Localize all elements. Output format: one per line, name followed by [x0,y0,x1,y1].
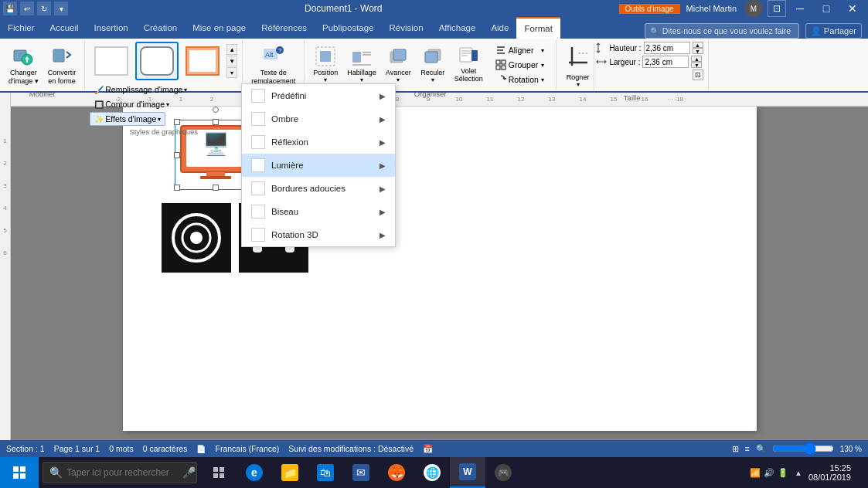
effets-btn[interactable]: ✨ Effets d'image ▾ [90,112,165,126]
bordures-arrow: ▶ [380,185,386,193]
title-text: Document1 - Word [68,3,619,14]
explorer-icon[interactable]: 📁 [272,457,308,488]
title-controls: Michel Martin M ⊡ ─ □ ✕ [680,0,865,17]
menu-lumiere[interactable]: Lumière ▶ [242,154,395,177]
share-button[interactable]: 👤 Partager [805,23,862,39]
handle-ml[interactable] [174,152,180,158]
style-preview-3[interactable] [181,42,224,80]
user-name[interactable]: Michel Martin [680,4,743,13]
hauteur-up[interactable]: ▲ [693,42,703,48]
chrome-icon[interactable]: 🌐 [414,457,450,488]
maximize-btn[interactable]: □ [814,0,839,17]
status-icon-3: 🔍 [756,444,766,454]
menu-rotation-3d[interactable]: Rotation 3D ▶ [242,223,395,246]
handle-bl[interactable] [174,185,180,191]
rogner-btn[interactable]: Rogner ▾ [561,42,595,92]
svg-text:Alt: Alt [265,51,274,59]
largeur-down[interactable]: ▼ [691,62,702,68]
tab-aide[interactable]: Aide [483,17,516,39]
tab-creation[interactable]: Création [136,17,185,39]
style-preview-2[interactable] [135,42,179,80]
svg-rect-29 [502,66,505,69]
habillage-btn[interactable]: Habillage ▾ [343,42,380,86]
ribbon-search-box[interactable]: 🔍 Dites-nous ce que vous voulez faire [645,23,799,39]
task-view-btn[interactable] [201,457,237,488]
taille-expand-btn[interactable]: ⊡ [693,69,703,80]
redo-btn[interactable]: ↻ [37,2,51,15]
svg-rect-45 [13,473,19,479]
doc-scroll-area[interactable]: 🖥️ [11,91,868,457]
save-btn[interactable]: 💾 [3,2,17,15]
user-avatar[interactable]: M [744,0,763,17]
position-label: Position [313,69,338,76]
styles-scroll-up[interactable]: ▲ [226,44,237,55]
largeur-input[interactable] [642,56,689,68]
taskbar-chevron[interactable]: ▲ [795,469,802,477]
style-preview-1[interactable] [90,42,133,80]
tab-revision[interactable]: Révision [382,17,431,39]
customize-btn[interactable]: ▾ [54,2,68,15]
tab-miseenpage[interactable]: Mise en page [185,17,254,39]
page-content: 🖥️ [123,107,757,288]
tab-fichier[interactable]: Fichier [0,17,43,39]
avancer-btn[interactable]: Avancer ▾ [382,42,415,86]
rotation-arrow: ▾ [541,76,544,83]
texte-remplacement-btn[interactable]: Alt? Texte deremplacement [247,42,299,88]
aligner-btn[interactable]: Aligner ▾ [492,43,548,57]
taskbar-apps: e 📁 🛍 ✉ 🦊 🌐 W 🎮 [201,457,521,488]
svg-rect-46 [20,473,26,479]
largeur-row: Largeur : ▲ ▼ [596,56,703,68]
hauteur-label: Hauteur : [609,44,641,53]
convertir-forme-btn[interactable]: Convertiren forme [44,42,80,88]
store-icon[interactable]: 🛍 [308,457,343,488]
start-button[interactable] [0,457,39,488]
menu-reflexion[interactable]: Réflexion ▶ [242,130,395,154]
menu-ombre[interactable]: Ombre ▶ [242,107,395,130]
effets-arrow: ▾ [158,116,161,123]
microphone-icon: 🎤 [182,466,196,479]
menu-biseau[interactable]: Biseau ▶ [242,200,395,223]
firefox-icon[interactable]: 🦊 [379,457,414,488]
largeur-up[interactable]: ▲ [691,56,702,62]
styles-scroll-expand[interactable]: ▾ [226,67,237,78]
edge-icon[interactable]: e [237,457,272,488]
taskbar-battery-icon: 🔋 [778,468,788,478]
tab-references[interactable]: Références [254,17,315,39]
taskbar-search-input[interactable] [66,467,182,478]
tab-insertion[interactable]: Insertion [87,17,136,39]
handle-bc[interactable] [213,185,219,191]
grouper-btn[interactable]: Grouper ▾ [492,58,548,72]
tab-accueil[interactable]: Accueil [43,17,87,39]
minimize-btn[interactable]: ─ [788,0,812,17]
remplissage-btn[interactable]: 🖌️ Remplissage d'image ▾ [90,83,192,97]
svg-rect-49 [213,473,218,478]
word-taskbar-icon[interactable]: W [450,457,485,488]
right-organiser-btns: Aligner ▾ Grouper ▾ Rotation ▾ [488,42,551,88]
position-btn[interactable]: Position ▾ [309,42,342,86]
undo-btn[interactable]: ↩ [20,2,34,15]
rogner-icon [567,46,589,73]
tab-affichage[interactable]: Affichage [431,17,484,39]
game-icon[interactable]: 🎮 [485,457,521,488]
rotation-btn[interactable]: Rotation ▾ [492,73,548,86]
menu-bordures-adoucies[interactable]: Bordures adoucies ▶ [242,177,395,200]
view-toggle[interactable]: ⊡ [768,0,786,17]
tab-format[interactable]: Format [516,17,560,39]
styles-scroll-down[interactable]: ▼ [226,56,237,66]
close-btn[interactable]: ✕ [840,0,865,17]
hauteur-input[interactable] [644,42,690,54]
zoom-slider[interactable] [772,444,834,453]
tab-publipostage[interactable]: Publipostage [315,17,382,39]
taskbar-search[interactable]: 🔍 🎤 [43,462,197,483]
volet-selection-btn[interactable]: VoletSélection [451,42,487,85]
habillage-arrow: ▾ [360,76,363,83]
word-page: 🖥️ [123,107,757,431]
contour-btn[interactable]: 🔲 Contour d'image ▾ [90,97,174,111]
reculer-btn[interactable]: Reculer ▾ [417,42,449,86]
svg-rect-10 [352,52,361,63]
reculer-arrow: ▾ [431,76,434,83]
mail-icon[interactable]: ✉ [343,457,379,488]
menu-predefini[interactable]: Prédéfini ▶ [242,84,395,107]
hauteur-down[interactable]: ▼ [693,48,703,54]
changer-image-btn[interactable]: Changerd'image ▾ [5,42,43,88]
